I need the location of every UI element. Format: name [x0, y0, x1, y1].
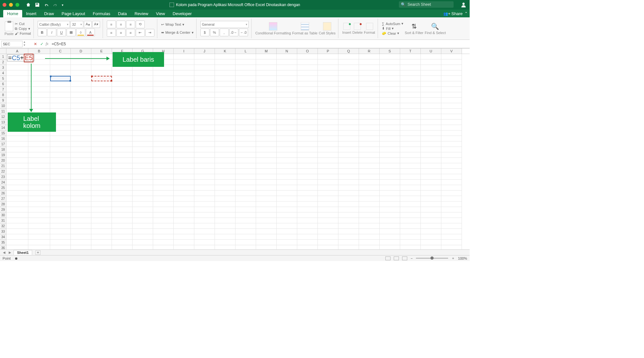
cell-T31[interactable]: [400, 218, 421, 223]
cell-C22[interactable]: [50, 169, 71, 174]
cell-R26[interactable]: [359, 191, 380, 196]
cell-V17[interactable]: [441, 141, 462, 147]
cell-M23[interactable]: [256, 174, 277, 180]
cell-U16[interactable]: [421, 136, 441, 141]
cell-D7[interactable]: [71, 87, 91, 92]
column-header-K[interactable]: K: [215, 49, 235, 54]
cell-U23[interactable]: [421, 174, 441, 180]
font-name-dropdown[interactable]: Calibri (Body): [38, 21, 70, 28]
cell-V1[interactable]: [441, 54, 462, 59]
cell-P15[interactable]: [318, 130, 338, 136]
cell-T7[interactable]: [400, 87, 421, 92]
cell-V36[interactable]: [441, 245, 462, 249]
column-header-N[interactable]: N: [277, 49, 297, 54]
cell-B32[interactable]: [28, 223, 50, 229]
cell-S20[interactable]: [380, 158, 400, 163]
cell-V22[interactable]: [441, 169, 462, 174]
qat-more-icon[interactable]: ▾: [62, 3, 63, 7]
cell-S8[interactable]: [380, 92, 400, 98]
cell-G21[interactable]: [133, 163, 153, 169]
cell-I16[interactable]: [174, 136, 194, 141]
cell-L11[interactable]: [235, 109, 256, 114]
cell-F27[interactable]: [112, 196, 133, 201]
cell-G34[interactable]: [133, 234, 153, 240]
row-header-16[interactable]: 16: [0, 136, 6, 141]
cell-E7[interactable]: [91, 87, 112, 92]
cell-R15[interactable]: [359, 130, 380, 136]
cell-T32[interactable]: [400, 223, 421, 229]
cell-S32[interactable]: [380, 223, 400, 229]
underline-button[interactable]: U: [57, 29, 66, 36]
cell-P19[interactable]: [318, 152, 338, 158]
cell-F21[interactable]: [112, 163, 133, 169]
cell-K7[interactable]: [215, 87, 235, 92]
cell-R3[interactable]: [359, 65, 380, 70]
cell-T22[interactable]: [400, 169, 421, 174]
cell-P22[interactable]: [318, 169, 338, 174]
cell-P27[interactable]: [318, 196, 338, 201]
view-normal-icon[interactable]: [385, 256, 391, 260]
row-header-19[interactable]: 19: [0, 152, 6, 158]
cell-E3[interactable]: [91, 65, 112, 70]
clear-button[interactable]: 🧽 Clear ▾: [382, 31, 403, 35]
cell-H21[interactable]: [153, 163, 174, 169]
cell-S19[interactable]: [380, 152, 400, 158]
cell-R13[interactable]: [359, 120, 380, 125]
cell-V25[interactable]: [441, 185, 462, 191]
cell-T25[interactable]: [400, 185, 421, 191]
cell-N2[interactable]: [277, 59, 297, 65]
row-header-12[interactable]: 12: [0, 114, 6, 120]
cell-V7[interactable]: [441, 87, 462, 92]
cell-N4[interactable]: [277, 70, 297, 76]
column-header-T[interactable]: T: [400, 49, 421, 54]
cell-T8[interactable]: [400, 92, 421, 98]
cell-U28[interactable]: [421, 201, 441, 207]
cell-M19[interactable]: [256, 152, 277, 158]
cell-I19[interactable]: [174, 152, 194, 158]
cell-S12[interactable]: [380, 114, 400, 120]
cell-R11[interactable]: [359, 109, 380, 114]
cell-I35[interactable]: [174, 240, 194, 245]
cell-M13[interactable]: [256, 120, 277, 125]
cell-A24[interactable]: [6, 180, 28, 185]
cell-Q11[interactable]: [338, 109, 359, 114]
cell-O10[interactable]: [297, 103, 318, 109]
cell-R28[interactable]: [359, 201, 380, 207]
cell-H28[interactable]: [153, 201, 174, 207]
cell-Q10[interactable]: [338, 103, 359, 109]
cell-Q22[interactable]: [338, 169, 359, 174]
cell-M12[interactable]: [256, 114, 277, 120]
cell-F10[interactable]: [112, 103, 133, 109]
cell-V31[interactable]: [441, 218, 462, 223]
cell-B4[interactable]: [28, 70, 50, 76]
column-header-A[interactable]: A: [6, 49, 28, 54]
cell-V12[interactable]: [441, 114, 462, 120]
cell-L30[interactable]: [235, 212, 256, 218]
cell-H11[interactable]: [153, 109, 174, 114]
cell-D32[interactable]: [71, 223, 91, 229]
cell-E10[interactable]: [91, 103, 112, 109]
tab-home[interactable]: Home: [3, 10, 22, 17]
cell-U24[interactable]: [421, 180, 441, 185]
cell-G4[interactable]: [133, 70, 153, 76]
cell-P23[interactable]: [318, 174, 338, 180]
cell-R2[interactable]: [359, 59, 380, 65]
cell-L32[interactable]: [235, 223, 256, 229]
cell-R18[interactable]: [359, 147, 380, 152]
cell-I22[interactable]: [174, 169, 194, 174]
conditional-formatting-button[interactable]: Conditional Formatting: [255, 22, 291, 35]
sheet-tab[interactable]: Sheet1: [14, 250, 32, 255]
cell-B16[interactable]: [28, 136, 50, 141]
cut-button[interactable]: ✂ Cut: [15, 22, 31, 26]
cell-J24[interactable]: [194, 180, 215, 185]
cell-J13[interactable]: [194, 120, 215, 125]
cell-G14[interactable]: [133, 125, 153, 130]
cell-L29[interactable]: [235, 207, 256, 212]
cell-D9[interactable]: [71, 98, 91, 103]
cell-Q16[interactable]: [338, 136, 359, 141]
cell-O9[interactable]: [297, 98, 318, 103]
cell-F32[interactable]: [112, 223, 133, 229]
cell-E20[interactable]: [91, 158, 112, 163]
cell-A5[interactable]: [6, 76, 28, 81]
cell-T35[interactable]: [400, 240, 421, 245]
